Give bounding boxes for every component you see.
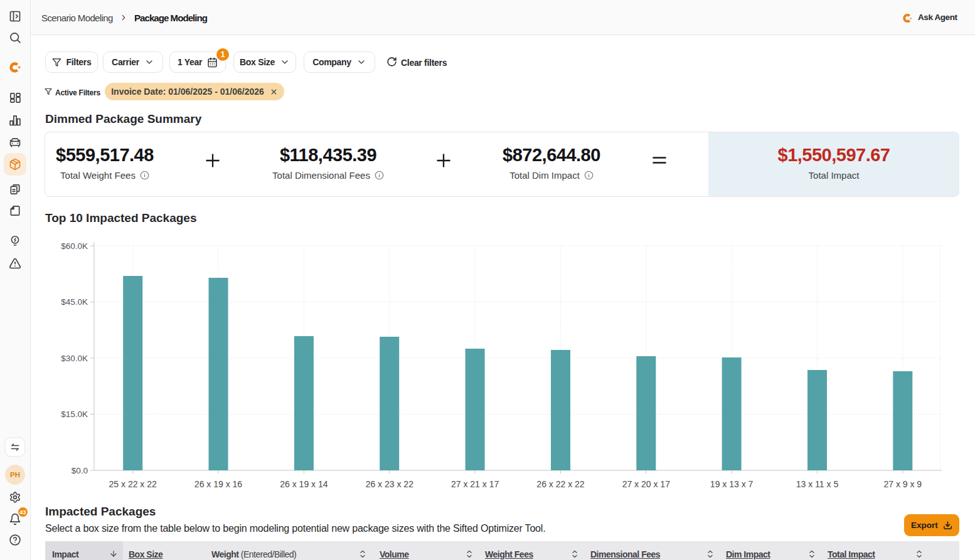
- svg-text:27 x 20 x 17: 27 x 20 x 17: [622, 479, 670, 489]
- svg-text:25 x 22 x 22: 25 x 22 x 22: [109, 479, 157, 489]
- svg-text:26 x 19 x 16: 26 x 19 x 16: [194, 479, 242, 489]
- svg-text:$45.0K: $45.0K: [61, 297, 88, 307]
- svg-text:$60.0K: $60.0K: [61, 241, 88, 251]
- svg-text:27 x 9 x 9: 27 x 9 x 9: [883, 479, 922, 489]
- svg-text:$15.0K: $15.0K: [61, 409, 88, 419]
- svg-text:26 x 19 x 14: 26 x 19 x 14: [280, 479, 328, 489]
- svg-text:$0.0: $0.0: [72, 466, 88, 475]
- svg-text:$30.0K: $30.0K: [61, 354, 88, 363]
- svg-text:26 x 22 x 22: 26 x 22 x 22: [536, 479, 584, 489]
- svg-text:27 x 21 x 17: 27 x 21 x 17: [451, 479, 499, 489]
- svg-text:19 x 13 x 7: 19 x 13 x 7: [710, 479, 754, 489]
- svg-text:26 x 23 x 22: 26 x 23 x 22: [366, 479, 413, 489]
- svg-text:13 x 11 x 5: 13 x 11 x 5: [796, 479, 839, 489]
